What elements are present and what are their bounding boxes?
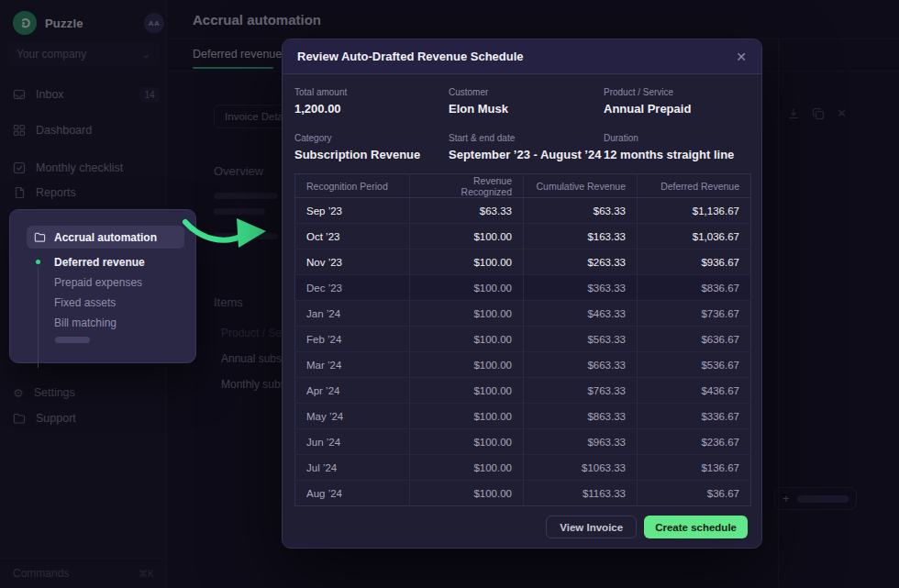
- modal-title: Review Auto-Drafted Revenue Schedule: [297, 50, 524, 63]
- subitems-connector-line: [38, 267, 39, 368]
- table-row: Dec ’23$100.00$363.33$836.67: [295, 275, 751, 301]
- accrual-automation-card: Accrual automation Deferred revenue Prep…: [9, 209, 196, 363]
- view-invoice-button[interactable]: View Invoice: [546, 516, 637, 538]
- create-schedule-button[interactable]: Create schedule: [644, 516, 748, 538]
- table-row: Aug ’24$100.00$1163.33$36.67: [295, 481, 751, 506]
- card-title: Accrual automation: [54, 231, 157, 244]
- schedule-summary-fields: Total amount 1,200.00 Customer Elon Musk…: [294, 87, 750, 161]
- table-row: Mar ’24$100.00$663.33$536.67: [295, 352, 751, 378]
- folder-icon: [34, 231, 46, 243]
- green-arrow-icon: [180, 207, 272, 259]
- table-header-row: Recognition Period Revenue Recognized Cu…: [295, 174, 751, 198]
- column-header: Cumulative Revenue: [524, 174, 638, 198]
- close-icon[interactable]: ✕: [736, 50, 747, 64]
- sidebar-item-accrual-automation[interactable]: Accrual automation: [27, 226, 184, 249]
- modal-header: Review Auto-Drafted Revenue Schedule ✕: [283, 39, 761, 74]
- sidebar-item-prepaid-expenses[interactable]: Prepaid expenses: [54, 276, 142, 289]
- field-category: Category Subscription Revenue: [294, 133, 449, 161]
- field-start-end-date: Start & end date September ’23 - August …: [449, 133, 604, 161]
- column-header: Recognition Period: [295, 174, 410, 198]
- table-row: Oct ’23$100.00$163.33$1,036.67: [295, 224, 751, 250]
- table-row: Jun ’24$100.00$963.33$236.67: [295, 429, 751, 455]
- field-duration: Duration 12 months straight line: [604, 133, 750, 161]
- column-header: Deferred Revenue: [638, 174, 751, 198]
- sidebar-item-bill-matching[interactable]: Bill matching: [54, 316, 117, 329]
- revenue-schedule-modal: Review Auto-Drafted Revenue Schedule ✕ T…: [282, 39, 762, 549]
- modal-footer: View Invoice Create schedule: [546, 516, 748, 538]
- field-customer: Customer Elon Musk: [449, 87, 604, 116]
- table-row: Feb ’24$100.00$563.33$636.67: [295, 327, 751, 352]
- field-total-amount: Total amount 1,200.00: [294, 87, 449, 116]
- sidebar-item-fixed-assets[interactable]: Fixed assets: [54, 296, 116, 309]
- app-screen: Puzzle AA Your company ⌄ Inbox 14 Dashbo…: [0, 0, 899, 588]
- active-indicator-dot: [36, 260, 40, 264]
- table-row: Nov ’23$100.00$263.33$936.67: [295, 250, 751, 275]
- skeleton-bar: [55, 337, 90, 343]
- table-row: May ’24$100.00$863.33$336.67: [295, 404, 751, 429]
- table-row: Sep ’23$63.33$63.33$1,136.67: [295, 198, 751, 224]
- annotation-arrow: [180, 207, 272, 262]
- revenue-schedule-table: Recognition Period Revenue Recognized Cu…: [294, 173, 751, 506]
- table-row: Apr ’24$100.00$763.33$436.67: [295, 378, 751, 404]
- table-row: Jul ’24$100.00$1063.33$136.67: [295, 455, 751, 481]
- column-header: Revenue Recognized: [410, 174, 524, 198]
- field-product-service: Product / Service Annual Prepaid: [604, 87, 750, 116]
- sidebar-item-deferred-revenue[interactable]: Deferred revenue: [54, 256, 145, 269]
- table-row: Jan ’24$100.00$463.33$736.67: [295, 301, 751, 327]
